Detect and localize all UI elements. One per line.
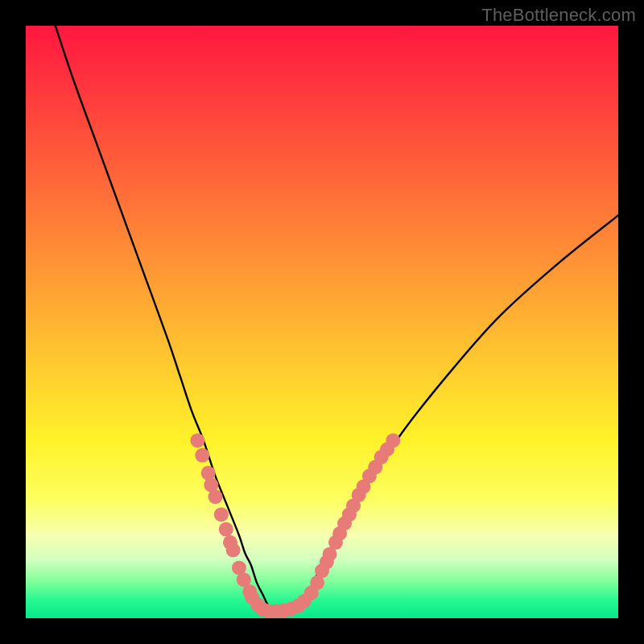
chart-frame: TheBottleneck.com — [0, 0, 644, 644]
highlight-dot — [208, 489, 223, 504]
watermark-text: TheBottleneck.com — [481, 5, 636, 26]
highlight-dot — [386, 433, 400, 448]
highlight-dot — [226, 543, 241, 557]
highlight-dot — [190, 433, 204, 448]
plot-area — [26, 26, 618, 618]
highlight-dot — [219, 522, 233, 537]
chart-svg — [26, 26, 618, 618]
highlight-dots — [190, 433, 400, 618]
v-curve — [56, 26, 618, 613]
highlight-dot — [195, 448, 209, 463]
highlight-dot — [214, 507, 229, 522]
